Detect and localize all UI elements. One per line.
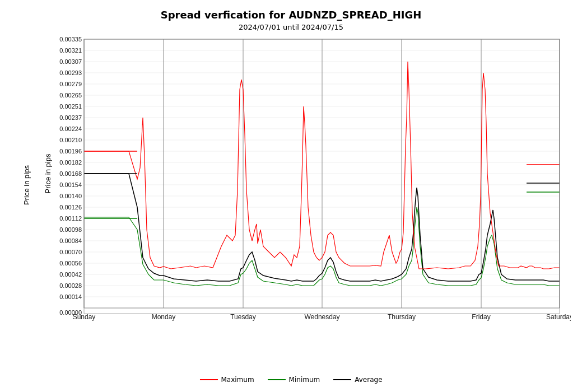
svg-text:Wednesday: Wednesday xyxy=(304,313,339,321)
svg-text:Monday: Monday xyxy=(152,313,176,321)
legend-max: Maximum xyxy=(199,376,254,384)
svg-text:0.00335: 0.00335 xyxy=(59,36,82,43)
svg-text:0.00321: 0.00321 xyxy=(59,47,82,54)
svg-text:Saturday: Saturday xyxy=(546,313,571,321)
svg-text:0.00126: 0.00126 xyxy=(59,204,82,211)
svg-text:0.00098: 0.00098 xyxy=(59,226,82,233)
min-legend-label: Minimum xyxy=(289,376,320,384)
svg-text:0.00056: 0.00056 xyxy=(59,260,82,267)
legend-avg: Average xyxy=(333,376,382,384)
svg-text:0.00140: 0.00140 xyxy=(59,193,82,199)
chart-title: Spread verfication for AUDNZD_SPREAD_HIG… xyxy=(0,0,582,21)
chart-svg: 0.00335 0.00321 0.00307 0.00293 0.00279 … xyxy=(39,34,571,336)
legend-min: Minimum xyxy=(268,376,320,384)
y-axis-label: Price in pips xyxy=(22,165,31,205)
svg-text:0.00196: 0.00196 xyxy=(59,148,82,155)
svg-text:0.00028: 0.00028 xyxy=(59,282,82,289)
chart-container: Spread verfication for AUDNZD_SPREAD_HIG… xyxy=(0,0,582,392)
svg-text:Sunday: Sunday xyxy=(73,313,96,321)
y-axis-label-svg: Price in pips xyxy=(44,153,52,193)
chart-subtitle: 2024/07/01 until 2024/07/15 xyxy=(0,21,582,31)
svg-text:0.00265: 0.00265 xyxy=(59,92,82,99)
svg-text:Tuesday: Tuesday xyxy=(230,313,256,321)
svg-text:0.00237: 0.00237 xyxy=(59,114,82,121)
svg-text:0.00279: 0.00279 xyxy=(59,81,82,87)
svg-text:0.00182: 0.00182 xyxy=(59,159,82,166)
avg-legend-line xyxy=(333,379,351,380)
svg-text:0.00293: 0.00293 xyxy=(59,69,82,76)
svg-text:0.00168: 0.00168 xyxy=(59,170,82,177)
svg-text:0.00042: 0.00042 xyxy=(59,271,82,278)
svg-text:0.00070: 0.00070 xyxy=(59,249,82,255)
svg-text:0.00210: 0.00210 xyxy=(59,137,82,143)
max-legend-line xyxy=(199,379,217,380)
avg-legend-label: Average xyxy=(355,376,382,384)
chart-legend: Maximum Minimum Average xyxy=(199,376,382,384)
svg-text:Thursday: Thursday xyxy=(388,313,416,321)
svg-text:0.00251: 0.00251 xyxy=(59,103,82,110)
max-legend-label: Maximum xyxy=(221,376,254,384)
svg-text:0.00112: 0.00112 xyxy=(59,215,82,222)
min-legend-line xyxy=(268,379,286,380)
svg-text:0.00084: 0.00084 xyxy=(59,237,82,244)
svg-text:0.00014: 0.00014 xyxy=(59,293,82,300)
svg-text:0.00224: 0.00224 xyxy=(59,125,82,132)
svg-text:0.00307: 0.00307 xyxy=(59,58,82,65)
svg-text:0.00154: 0.00154 xyxy=(59,181,82,188)
svg-text:Friday: Friday xyxy=(472,313,490,321)
